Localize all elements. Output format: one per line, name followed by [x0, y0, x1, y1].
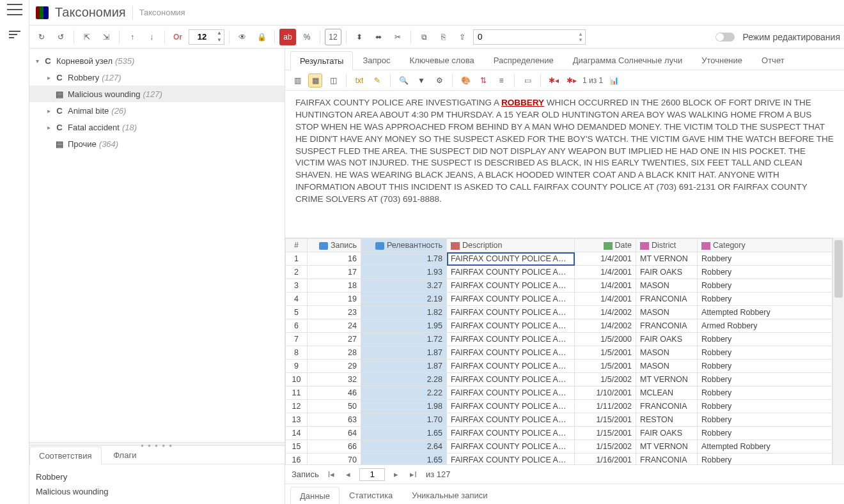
paste-icon[interactable]: ⎘	[435, 29, 451, 45]
list-icon[interactable]: ≡	[494, 73, 508, 88]
col-date[interactable]: Date	[575, 239, 636, 252]
table-row[interactable]: 11462.22FAIRFAX COUNTY POLICE ARE INVE1/…	[286, 386, 832, 400]
table-row[interactable]: 8281.87FAIRFAX COUNTY POLICE ARE INVE1/5…	[286, 346, 832, 360]
tab-results[interactable]: Результаты	[290, 51, 353, 70]
results-grid[interactable]: # Запись Релевантность Description Date …	[285, 238, 832, 464]
table-row[interactable]: 7271.72FAIRFAX COUNTY POLICE ARE INVE1/5…	[286, 333, 832, 346]
spin-down-icon[interactable]: ▼	[215, 37, 224, 44]
col-district[interactable]: District	[636, 239, 698, 252]
list-item[interactable]: Robbery	[36, 470, 278, 484]
pager-page-input[interactable]	[359, 468, 385, 481]
table-row[interactable]: 4192.19FAIRFAX COUNTY POLICE ARE INVE1/4…	[286, 293, 832, 306]
table-row[interactable]: 13631.70FAIRFAX COUNTY POLICE ARE INVE1/…	[286, 413, 832, 427]
vertical-scrollbar[interactable]	[832, 238, 844, 464]
tree-item[interactable]: ▸CFatal accident(18)	[29, 119, 285, 135]
table-row[interactable]: 6241.95FAIRFAX COUNTY POLICE ARE INVE1/4…	[286, 319, 832, 333]
hierarchy-edit-icon[interactable]: ⬌	[370, 29, 387, 45]
caret-right-icon[interactable]: ▸	[47, 124, 55, 131]
pager-next-icon[interactable]: ▸	[391, 470, 401, 479]
pager-last-icon[interactable]: ▸I	[407, 470, 419, 479]
nav-prev-icon[interactable]: ✱◂	[547, 73, 561, 88]
view-columns-icon[interactable]: ◫	[326, 73, 340, 88]
table-row[interactable]: 1161.78FAIRFAX COUNTY POLICE ARE INVE1/4…	[286, 252, 832, 266]
font-size-input[interactable]	[189, 32, 215, 42]
tree-item[interactable]: ▤Прочие(364)	[29, 135, 285, 152]
caret-down-icon[interactable]: ▾	[36, 57, 43, 65]
filter-icon[interactable]: ▼	[414, 73, 428, 88]
offset-input[interactable]	[474, 32, 576, 42]
offset-input-wrap[interactable]: ▲▼	[473, 29, 586, 45]
tree-collapse-icon[interactable]: ⇲	[98, 29, 114, 45]
col-index[interactable]: #	[286, 239, 308, 252]
arrow-down-icon[interactable]: ↓	[143, 29, 160, 45]
percent-icon[interactable]: %	[299, 29, 315, 45]
hierarchy-add-icon[interactable]: ⬍	[351, 29, 368, 45]
hierarchy-remove-icon[interactable]: ✂	[389, 29, 406, 45]
tab-matches[interactable]: Соответствия	[29, 447, 102, 464]
text-mode-icon[interactable]: txt	[352, 73, 366, 88]
tree-expand-icon[interactable]: ⇱	[79, 29, 95, 45]
taxonomy-tree[interactable]: ▾ C Корневой узел (535) ▸CRobbery(127)▤M…	[29, 49, 285, 442]
settings-sliders-icon[interactable]	[9, 31, 20, 40]
menu-icon[interactable]	[7, 4, 22, 15]
scrollbar-thumb[interactable]	[834, 240, 843, 298]
tab-distribution[interactable]: Распределение	[484, 50, 563, 70]
table-row[interactable]: 14641.65FAIRFAX COUNTY POLICE ARE INVE1/…	[286, 427, 832, 440]
search-icon[interactable]: 🔍	[396, 73, 410, 88]
view-list-icon[interactable]: ▥	[290, 73, 304, 88]
highlight-icon[interactable]: ab	[279, 29, 296, 45]
column-icon[interactable]: 12	[325, 29, 341, 45]
tab-keywords[interactable]: Ключевые слова	[400, 50, 484, 70]
tab-query[interactable]: Запрос	[353, 50, 400, 70]
tree-root[interactable]: ▾ C Корневой узел (535)	[29, 52, 285, 69]
caret-right-icon[interactable]: ▸	[47, 107, 55, 114]
tab-data[interactable]: Данные	[290, 487, 340, 504]
tab-stats[interactable]: Статистика	[340, 486, 402, 504]
annotate-icon[interactable]: ▭	[520, 73, 535, 88]
col-relevance[interactable]: Релевантность	[361, 239, 447, 252]
table-row[interactable]: 3183.27FAIRFAX COUNTY POLICE ARE INVE1/4…	[286, 279, 832, 293]
font-size-spinner[interactable]: ▲▼	[189, 29, 224, 45]
offset-down-icon[interactable]: ▼	[576, 37, 585, 43]
tree-item[interactable]: ▤Malicious wounding(127)	[29, 86, 285, 102]
highlight-toggle-icon[interactable]: ✎	[370, 73, 384, 88]
tab-report[interactable]: Отчет	[752, 50, 794, 70]
view-split-icon[interactable]: ▦	[308, 73, 322, 88]
spin-up-icon[interactable]: ▲	[215, 30, 224, 37]
pager-first-icon[interactable]: I◂	[325, 470, 338, 479]
caret-right-icon[interactable]: ▸	[47, 74, 55, 81]
sort-icon[interactable]: ⇅	[476, 73, 490, 88]
table-row[interactable]: 2171.93FAIRFAX COUNTY POLICE ARE INVE1/4…	[286, 266, 832, 279]
pager-prev-icon[interactable]: ◂	[343, 470, 353, 479]
offset-up-icon[interactable]: ▲	[576, 31, 585, 37]
tab-refine[interactable]: Уточнение	[692, 50, 752, 70]
chart-icon[interactable]: 📊	[607, 73, 621, 88]
edit-mode-toggle[interactable]	[715, 33, 735, 42]
col-description[interactable]: Description	[447, 239, 575, 252]
lock-icon[interactable]: 🔒	[253, 29, 270, 45]
eye-icon[interactable]: 👁	[234, 29, 251, 45]
export-icon[interactable]: ⇪	[454, 29, 471, 45]
tree-item[interactable]: ▸CAnimal bite(26)	[29, 102, 285, 119]
table-row[interactable]: 9291.87FAIRFAX COUNTY POLICE ARE INVE1/5…	[286, 360, 832, 373]
table-row[interactable]: 16701.65FAIRFAX COUNTY POLICE ARE INVE1/…	[286, 454, 832, 465]
gear-icon[interactable]: ⚙	[432, 73, 446, 88]
copy-icon[interactable]: ⧉	[416, 29, 432, 45]
tab-flags[interactable]: Флаги	[104, 446, 146, 464]
palette-icon[interactable]: 🎨	[458, 73, 473, 88]
table-row[interactable]: 10322.28FAIRFAX COUNTY POLICE ARE INVE1/…	[286, 373, 832, 386]
refresh-icon[interactable]: ↻	[33, 29, 50, 45]
table-row[interactable]: 5231.82FAIRFAX COUNTY POLICE ARE INVE1/4…	[286, 306, 832, 319]
list-item[interactable]: Malicious wounding	[36, 484, 278, 499]
undo-icon[interactable]: ↺	[52, 29, 69, 45]
col-category[interactable]: Category	[698, 239, 832, 252]
tab-sunburst[interactable]: Диаграмма Солнечные лучи	[563, 50, 692, 70]
col-record[interactable]: Запись	[308, 239, 361, 252]
tab-unique[interactable]: Уникальные записи	[402, 486, 497, 504]
arrow-up-icon[interactable]: ↑	[124, 29, 141, 45]
table-row[interactable]: 12501.98FAIRFAX COUNTY POLICE ARE INVE1/…	[286, 400, 832, 413]
table-row[interactable]: 15662.64FAIRFAX COUNTY POLICE ARRESTE1/1…	[286, 440, 832, 454]
or-operator-button[interactable]: Or	[169, 29, 186, 45]
nav-next-icon[interactable]: ✱▸	[565, 73, 579, 88]
tree-item[interactable]: ▸CRobbery(127)	[29, 69, 285, 86]
